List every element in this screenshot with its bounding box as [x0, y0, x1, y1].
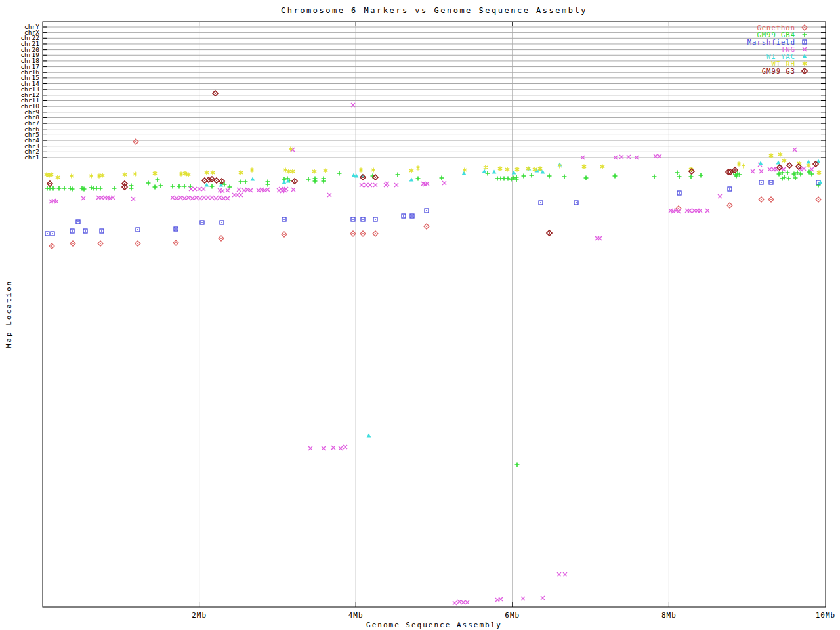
legend-item-gm99-g3: GM99 G3 — [762, 67, 807, 75]
series-marshfield — [45, 180, 820, 236]
x-tick-labels: 2Mb4Mb6Mb8Mb10Mb — [192, 611, 835, 620]
series-tng — [49, 103, 814, 605]
x-tick-label-4Mb: 4Mb — [348, 611, 364, 620]
x-tick-label-2Mb: 2Mb — [192, 611, 207, 620]
chr-tick-labels: chrYchrXchr22chr21chr20chr19chr18chr17ch… — [20, 23, 39, 161]
chr-label-chr1: chr1 — [24, 154, 39, 161]
plot-canvas: chrYchrXchr22chr21chr20chr19chr18chr17ch… — [0, 0, 840, 630]
gridlines-horizontal — [43, 27, 826, 158]
series-genethon — [49, 139, 821, 249]
axis-frame — [43, 22, 826, 607]
legend-item-marshfield: Marshfield — [747, 38, 807, 46]
x-tick-label-6Mb: 6Mb — [505, 611, 520, 620]
gridlines-vertical — [200, 22, 669, 607]
x-tick-label-10Mb: 10Mb — [816, 611, 836, 620]
x-tick-label-8Mb: 8Mb — [662, 611, 677, 620]
series-gm99-gb4 — [45, 170, 821, 467]
legend-label: GM99 G3 — [762, 67, 795, 75]
chart-container: Chromosome 6 Markers vs Genome Sequence … — [0, 0, 840, 630]
series-wi-yac — [205, 159, 823, 438]
